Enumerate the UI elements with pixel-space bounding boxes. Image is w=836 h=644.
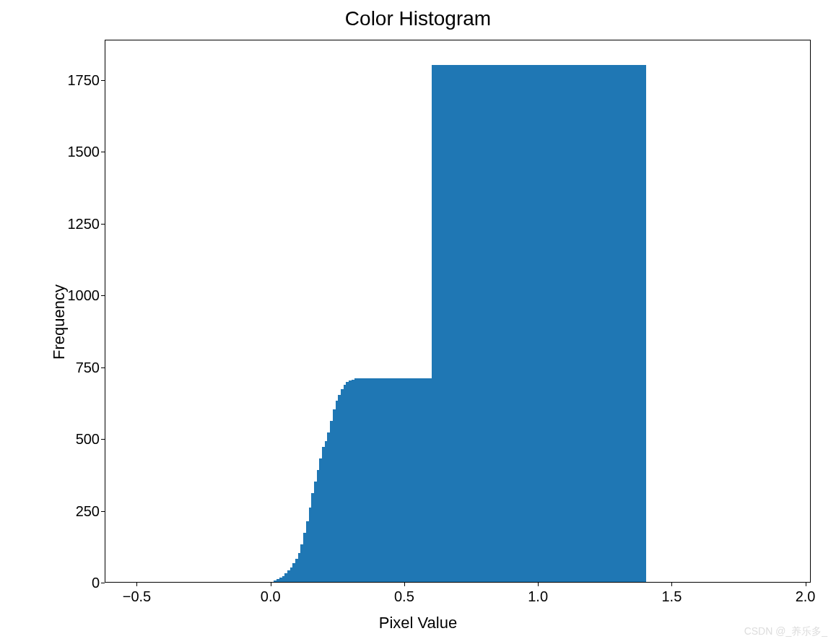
y-tick-label: 750 (56, 359, 100, 375)
y-tick-mark (101, 80, 105, 81)
y-tick-label: 1000 (56, 287, 100, 304)
y-tick-label: 1500 (56, 144, 100, 160)
y-tick-mark (101, 367, 105, 368)
watermark: CSDN @_养乐多_ (744, 625, 827, 638)
x-tick-label: 0.5 (394, 588, 414, 605)
x-tick-label: 2.0 (796, 588, 816, 605)
x-tick-label: 1.5 (661, 588, 682, 605)
y-tick-label: 1750 (56, 71, 100, 88)
x-tick-mark (538, 583, 539, 586)
x-tick-label: 0.0 (261, 588, 281, 605)
plot-area (105, 40, 811, 583)
x-tick-mark (404, 583, 405, 586)
y-tick-mark (101, 439, 105, 440)
y-tick-label: 500 (56, 431, 100, 448)
histogram-bar (643, 65, 646, 582)
chart-title: Color Histogram (0, 7, 836, 30)
x-tick-label: −0.5 (123, 588, 151, 605)
y-tick-mark (101, 224, 105, 225)
y-tick-mark (101, 295, 105, 296)
y-tick-label: 0 (56, 575, 100, 591)
x-tick-mark (671, 583, 672, 586)
y-tick-label: 1250 (56, 215, 100, 232)
y-tick-mark (101, 152, 105, 152)
x-tick-mark (136, 583, 137, 586)
y-tick-mark (101, 511, 105, 512)
x-axis-label: Pixel Value (0, 614, 836, 632)
histogram-chart: Color Histogram Frequency Pixel Value CS… (0, 0, 836, 644)
x-tick-mark (271, 583, 271, 586)
x-tick-mark (806, 583, 806, 586)
y-tick-mark (101, 583, 105, 583)
x-tick-label: 1.0 (528, 588, 548, 605)
y-tick-label: 250 (56, 502, 100, 519)
